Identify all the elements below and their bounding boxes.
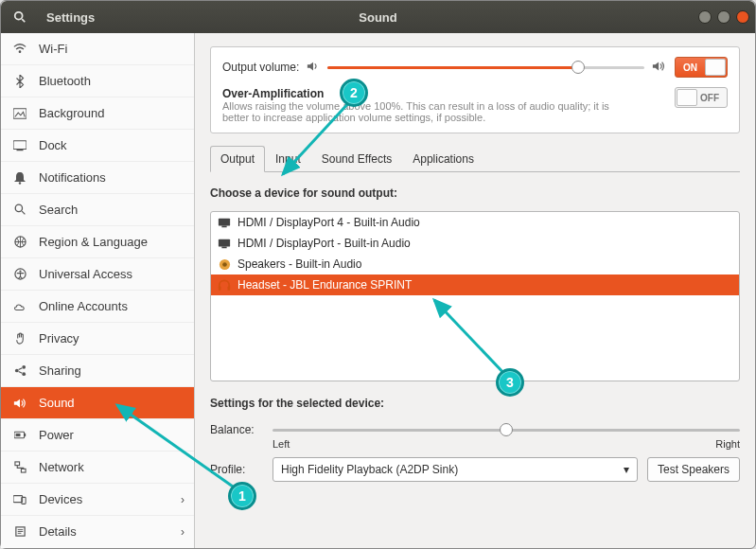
svg-point-11: [19, 271, 21, 273]
sidebar-item-label: Bluetooth: [39, 74, 91, 88]
output-device-list: HDMI / DisplayPort 4 - Built-in Audio HD…: [210, 211, 740, 381]
window-close-button[interactable]: [736, 10, 749, 24]
output-volume-toggle[interactable]: ON: [675, 57, 728, 78]
details-icon: [12, 525, 27, 538]
svg-point-2: [19, 50, 22, 53]
sidebar-item-label: Sound: [39, 396, 75, 410]
page-title: Sound: [1, 10, 755, 25]
headset-icon: [217, 277, 232, 292]
accessibility-icon: [12, 268, 27, 280]
tab-output[interactable]: Output: [210, 146, 265, 172]
sidebar-item-label: Network: [39, 460, 84, 474]
sidebar-item-sharing[interactable]: Sharing: [1, 355, 194, 387]
profile-label: Profile:: [210, 463, 263, 476]
sidebar-item-search[interactable]: Search: [1, 194, 194, 226]
speaker-icon: [12, 398, 27, 409]
sidebar-item-sound[interactable]: Sound: [1, 387, 194, 419]
svg-rect-5: [17, 149, 24, 151]
sidebar-item-online-accounts[interactable]: Online Accounts: [1, 291, 194, 323]
sidebar: Wi-Fi Bluetooth Background Dock Notifica…: [1, 33, 195, 548]
monitor-icon: [217, 236, 232, 251]
sidebar-item-notifications[interactable]: Notifications: [1, 162, 194, 194]
wifi-icon: [12, 43, 27, 56]
sidebar-item-background[interactable]: Background: [1, 97, 194, 130]
sidebar-item-label: Online Accounts: [39, 299, 128, 313]
window-maximize-button[interactable]: [717, 10, 730, 24]
device-label: HDMI / DisplayPort 4 - Built-in Audio: [237, 216, 420, 229]
output-device-heading: Choose a device for sound output:: [210, 186, 740, 200]
sidebar-item-label: Search: [39, 203, 78, 217]
sidebar-item-label: Wi-Fi: [39, 42, 67, 56]
test-speakers-button[interactable]: Test Speakers: [647, 457, 740, 482]
over-amplification-toggle[interactable]: OFF: [675, 87, 728, 108]
search-icon: [12, 204, 27, 216]
svg-line-1: [22, 19, 25, 22]
sidebar-item-label: Universal Access: [39, 267, 132, 281]
output-volume-slider[interactable]: [327, 60, 644, 75]
hand-icon: [12, 332, 27, 345]
profile-combo[interactable]: High Fidelity Playback (A2DP Sink) ▾: [273, 457, 638, 482]
svg-rect-19: [15, 434, 20, 436]
device-row[interactable]: HDMI / DisplayPort - Built-in Audio: [211, 233, 739, 254]
devices-icon: [12, 494, 27, 505]
selected-device-heading: Settings for the selected device:: [210, 397, 740, 410]
window-minimize-button[interactable]: [698, 10, 712, 24]
tab-input[interactable]: Input: [265, 146, 311, 172]
sidebar-item-details[interactable]: Details›: [1, 516, 194, 548]
output-volume-card: Output volume: ON Over-Amplification All…: [210, 46, 740, 133]
svg-rect-34: [219, 286, 221, 290]
sidebar-item-devices[interactable]: Devices›: [1, 484, 194, 516]
svg-line-16: [18, 371, 22, 373]
network-icon: [12, 461, 27, 473]
sidebar-item-power[interactable]: Power: [1, 419, 194, 452]
chevron-right-icon: ›: [181, 493, 185, 506]
svg-rect-30: [219, 239, 230, 247]
device-label: Headset - JBL Endurance SPRINT: [237, 278, 412, 292]
balance-right-label: Right: [715, 438, 740, 450]
svg-point-12: [14, 369, 18, 373]
sidebar-item-label: Power: [39, 428, 74, 442]
svg-point-13: [22, 365, 26, 369]
titlebar: Settings Sound: [1, 1, 755, 33]
sidebar-item-label: Background: [39, 106, 104, 120]
search-icon[interactable]: [7, 6, 33, 28]
svg-line-8: [22, 211, 25, 214]
svg-rect-20: [14, 462, 19, 466]
svg-rect-22: [13, 495, 23, 502]
sidebar-item-privacy[interactable]: Privacy: [1, 323, 194, 355]
sidebar-item-label: Devices: [39, 492, 82, 506]
sidebar-item-network[interactable]: Network: [1, 452, 194, 484]
app-title: Settings: [46, 10, 95, 25]
svg-point-33: [222, 262, 227, 267]
sidebar-item-universal-access[interactable]: Universal Access: [1, 258, 194, 291]
tab-applications[interactable]: Applications: [402, 146, 484, 172]
device-row[interactable]: Headset - JBL Endurance SPRINT: [211, 274, 739, 295]
power-icon: [12, 430, 27, 440]
volume-max-icon: [652, 61, 667, 75]
svg-line-15: [18, 368, 22, 370]
sidebar-item-label: Dock: [39, 138, 67, 152]
bell-icon: [12, 171, 27, 185]
sidebar-item-label: Region & Language: [39, 235, 148, 249]
globe-icon: [12, 236, 27, 248]
background-icon: [12, 108, 27, 119]
device-row[interactable]: HDMI / DisplayPort 4 - Built-in Audio: [211, 212, 739, 233]
sidebar-item-label: Privacy: [39, 331, 79, 345]
balance-slider[interactable]: [273, 421, 740, 438]
sidebar-item-dock[interactable]: Dock: [1, 130, 194, 162]
device-label: HDMI / DisplayPort - Built-in Audio: [237, 237, 411, 250]
sidebar-item-bluetooth[interactable]: Bluetooth: [1, 65, 194, 97]
svg-rect-35: [228, 286, 231, 290]
svg-rect-18: [24, 434, 26, 436]
chevron-right-icon: ›: [181, 525, 185, 539]
sidebar-item-label: Details: [39, 524, 77, 539]
sidebar-item-label: Sharing: [39, 363, 81, 378]
sidebar-item-wifi[interactable]: Wi-Fi: [1, 33, 194, 65]
sidebar-item-label: Notifications: [39, 170, 106, 185]
tab-sound-effects[interactable]: Sound Effects: [311, 146, 403, 172]
device-row[interactable]: Speakers - Built-in Audio: [211, 254, 739, 274]
sidebar-item-region-language[interactable]: Region & Language: [1, 226, 194, 258]
share-icon: [12, 364, 27, 377]
svg-point-0: [15, 12, 23, 20]
dock-icon: [12, 140, 27, 151]
